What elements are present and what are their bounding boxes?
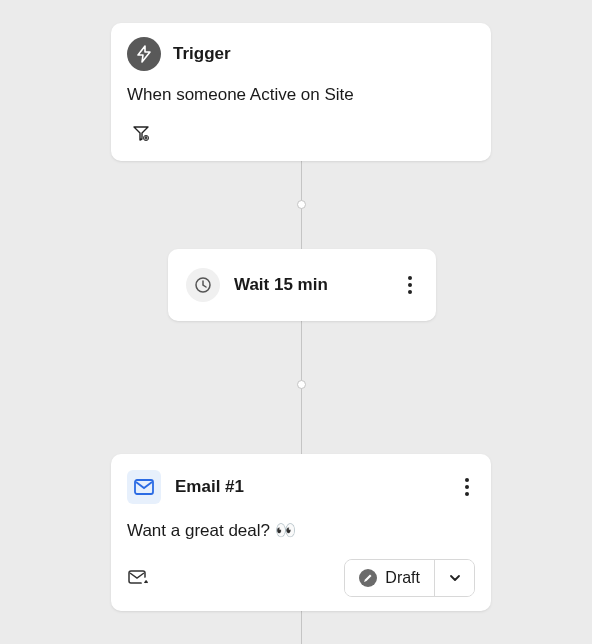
status-button[interactable]: Draft: [345, 560, 434, 596]
trigger-card[interactable]: Trigger When someone Active on Site: [111, 23, 491, 161]
email-title: Email #1: [175, 477, 445, 497]
chevron-down-icon: [448, 571, 462, 585]
lightning-icon: [127, 37, 161, 71]
mail-icon: [127, 470, 161, 504]
more-menu-button[interactable]: [402, 270, 418, 300]
add-step-dot[interactable]: [297, 380, 306, 389]
status-selector: Draft: [344, 559, 475, 597]
email-header: Email #1: [127, 470, 475, 504]
status-label: Draft: [385, 569, 420, 587]
svg-point-2: [145, 136, 147, 138]
filter-icon[interactable]: [127, 119, 155, 147]
email-footer: Draft: [127, 559, 475, 597]
wait-label: Wait 15 min: [234, 275, 402, 295]
status-dropdown-button[interactable]: [434, 560, 474, 596]
clock-icon: [186, 268, 220, 302]
trigger-title: Trigger: [173, 44, 231, 64]
wait-card[interactable]: Wait 15 min: [168, 249, 436, 321]
more-menu-button[interactable]: [459, 472, 475, 502]
pencil-icon: [359, 569, 377, 587]
email-card[interactable]: Email #1 Want a great deal? 👀: [111, 454, 491, 611]
smart-send-icon[interactable]: [127, 566, 153, 590]
trigger-header: Trigger: [127, 37, 475, 71]
add-step-dot[interactable]: [297, 200, 306, 209]
flow-canvas[interactable]: Trigger When someone Active on Site Wait…: [0, 0, 592, 644]
trigger-description: When someone Active on Site: [127, 85, 475, 105]
email-subject: Want a great deal? 👀: [127, 520, 475, 541]
